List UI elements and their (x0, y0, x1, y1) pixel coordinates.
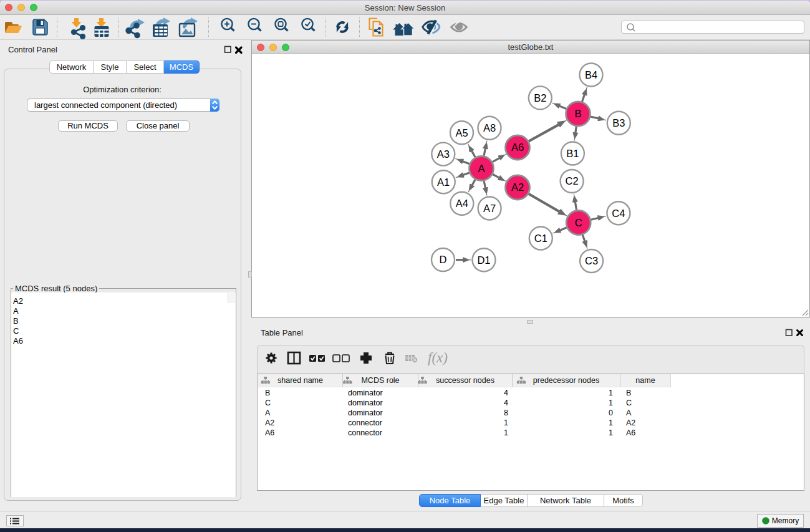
svg-text:C2: C2 (566, 175, 579, 186)
svg-text:B3: B3 (612, 117, 625, 128)
svg-text:f(x): f(x) (428, 350, 448, 365)
svg-text:B1: B1 (566, 148, 579, 159)
svg-text:A6: A6 (511, 142, 524, 153)
svg-text:C: C (575, 217, 582, 228)
svg-text:B4: B4 (585, 69, 597, 80)
svg-text:C1: C1 (534, 233, 547, 244)
svg-text:C3: C3 (585, 255, 598, 266)
svg-text:A4: A4 (456, 198, 468, 209)
svg-text:A3: A3 (437, 148, 450, 160)
svg-text:A7: A7 (483, 203, 496, 214)
svg-text:C4: C4 (612, 208, 625, 219)
svg-text:B2: B2 (534, 92, 546, 104)
svg-text:A1: A1 (437, 177, 450, 188)
svg-text:B: B (574, 108, 581, 119)
svg-text:D: D (440, 254, 447, 265)
svg-text:A2: A2 (511, 181, 524, 193)
svg-text:D1: D1 (477, 254, 490, 266)
svg-text:A: A (478, 163, 485, 174)
svg-text:A5: A5 (455, 127, 468, 138)
svg-text:A8: A8 (483, 122, 496, 133)
